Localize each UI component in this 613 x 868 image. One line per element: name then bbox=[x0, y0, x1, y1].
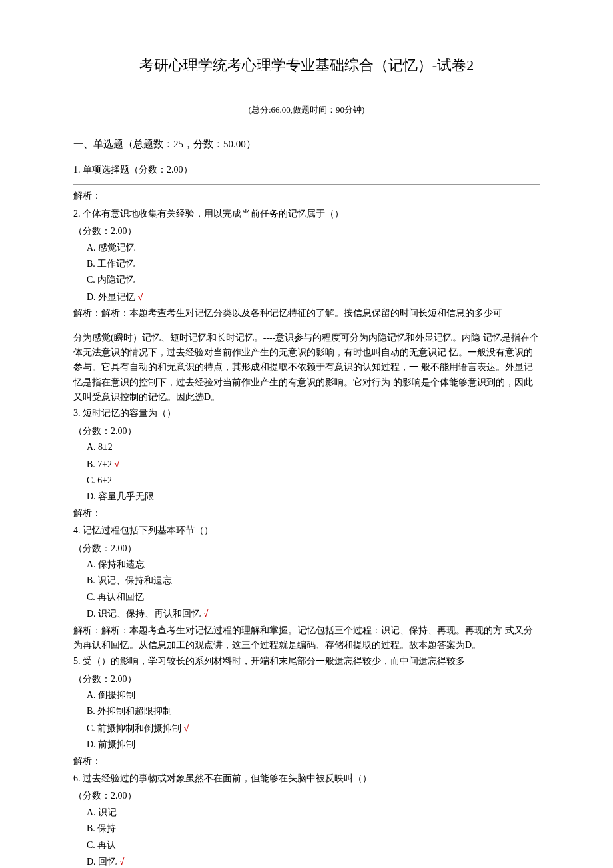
q2-opt-b: B. 工作记忆 bbox=[87, 257, 540, 271]
q2-opt-c: C. 内隐记忆 bbox=[87, 273, 540, 287]
check-icon: √ bbox=[138, 291, 143, 302]
q6-points: （分数：2.00） bbox=[73, 789, 540, 803]
q2-analysis-1: 解析：解析：本题考查考生对记忆分类以及各种记忆特征的了解。按信息保留的时间长短和… bbox=[73, 306, 540, 321]
check-icon: √ bbox=[115, 459, 120, 469]
q6-opt-b: B. 保持 bbox=[87, 821, 540, 836]
q4-analysis: 解析：解析：本题考查考生对记忆过程的理解和掌握。记忆包括三个过程：识记、保持、再… bbox=[73, 623, 540, 653]
document-page: 考研心理学统考心理学专业基础综合（记忆）-试卷2 (总分:66.00,做题时间：… bbox=[0, 0, 613, 868]
q3-opt-c: C. 6±2 bbox=[87, 473, 540, 488]
q2-opt-d-text: D. 外显记忆 bbox=[87, 292, 138, 302]
q1-analysis: 解析： bbox=[73, 189, 540, 203]
q6-opt-a: A. 识记 bbox=[87, 805, 540, 820]
q5-analysis: 解析： bbox=[73, 754, 540, 769]
q4-opt-a: A. 保持和遗忘 bbox=[87, 557, 540, 572]
q2-analysis-2: 分为感觉(瞬时）记忆、短时记忆和长时记忆。----意识参与的程度可分为内隐记忆和… bbox=[73, 331, 540, 405]
exam-meta: (总分:66.00,做题时间：90分钟) bbox=[73, 103, 540, 117]
q3-opt-a: A. 8±2 bbox=[87, 440, 540, 455]
q4-opt-d: D. 识记、保持、再认和回忆 √ bbox=[87, 606, 540, 621]
check-icon: √ bbox=[184, 723, 189, 733]
q4-points: （分数：2.00） bbox=[73, 541, 540, 556]
q4-opt-d-text: D. 识记、保持、再认和回忆 bbox=[87, 609, 203, 619]
q5-opt-c: C. 前摄抑制和倒摄抑制 √ bbox=[87, 721, 540, 736]
q3-analysis: 解析： bbox=[73, 506, 540, 521]
q6-opt-d: D. 回忆 √ bbox=[87, 854, 540, 868]
q3-points: （分数：2.00） bbox=[73, 424, 540, 439]
check-icon: √ bbox=[119, 856, 125, 867]
q4-stem: 4. 记忆过程包括下列基本环节（） bbox=[73, 523, 540, 538]
q2-points: （分数：2.00） bbox=[73, 224, 540, 239]
q6-stem: 6. 过去经验过的事物或对象虽然不在面前，但能够在头脑中被反映叫（） bbox=[73, 771, 540, 786]
check-icon: √ bbox=[203, 608, 209, 619]
q4-opt-b: B. 识记、保持和遗忘 bbox=[87, 573, 540, 588]
section-header: 一、单选题（总题数：25，分数：50.00） bbox=[73, 136, 540, 152]
q3-stem: 3. 短时记忆的容量为（） bbox=[73, 406, 540, 421]
q5-opt-a: A. 倒摄抑制 bbox=[87, 688, 540, 703]
q1-stem: 1. 单项选择题（分数：2.00） bbox=[73, 163, 540, 177]
q2-stem: 2. 个体有意识地收集有关经验，用以完成当前任务的记忆属于（） bbox=[73, 207, 540, 221]
q3-opt-b: B. 7±2 √ bbox=[87, 457, 540, 472]
q3-opt-d: D. 容量几乎无限 bbox=[87, 489, 540, 504]
q5-opt-d: D. 前摄抑制 bbox=[87, 737, 540, 752]
separator bbox=[73, 184, 540, 185]
q6-opt-c: C. 再认 bbox=[87, 838, 540, 853]
q3-opt-b-text: B. 7±2 bbox=[87, 459, 115, 469]
q2-opt-a: A. 感觉记忆 bbox=[87, 241, 540, 255]
q5-stem: 5. 受（）的影响，学习较长的系列材料时，开端和末尾部分一般遗忘得较少，而中间遗… bbox=[73, 654, 540, 669]
q5-opt-b: B. 外抑制和超限抑制 bbox=[87, 704, 540, 719]
q4-opt-c: C. 再认和回忆 bbox=[87, 590, 540, 605]
page-title: 考研心理学统考心理学专业基础综合（记忆）-试卷2 bbox=[73, 53, 540, 77]
q2-opt-d: D. 外显记忆 √ bbox=[87, 289, 540, 305]
q5-opt-c-text: C. 前摄抑制和倒摄抑制 bbox=[87, 723, 184, 733]
q5-points: （分数：2.00） bbox=[73, 672, 540, 687]
q6-opt-d-text: D. 回忆 bbox=[87, 857, 119, 867]
